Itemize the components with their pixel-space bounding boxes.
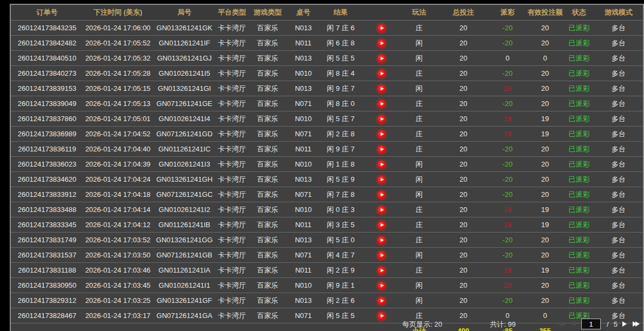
replay-video-icon[interactable]: [377, 251, 386, 260]
replay-video-icon[interactable]: [377, 176, 386, 184]
cell-table_no: N010: [288, 157, 319, 172]
cell-result: 闲 9 庄 7: [319, 142, 362, 157]
column-header-icon: [362, 5, 400, 21]
replay-video-icon[interactable]: [377, 115, 386, 123]
cell-game: 百家乐: [248, 127, 288, 142]
replay-video-icon[interactable]: [377, 282, 386, 290]
cell-icon: [362, 233, 400, 248]
replay-video-icon[interactable]: [377, 24, 386, 32]
cell-table_no: N013: [288, 51, 319, 66]
cell-time: 2026-01-24 17:05:52: [83, 36, 152, 51]
column-header-total_bet: 总投注: [438, 5, 489, 21]
cell-mode: 多台: [594, 217, 643, 233]
last-page-button[interactable]: [632, 320, 641, 328]
table-row: 2601241738360232026-01-24 17:04:39GN0102…: [11, 157, 643, 172]
replay-video-icon[interactable]: [377, 100, 386, 108]
cell-round: GN010261241I3: [152, 157, 216, 172]
cell-mode: 多台: [594, 157, 643, 172]
cell-payout: -20: [489, 21, 526, 36]
cell-play: 庄: [400, 127, 438, 142]
cell-total_bet: 20: [438, 187, 489, 202]
table-row: 2601241738293122026-01-24 17:03:25GN0132…: [11, 293, 643, 308]
table-row: 2601241738390492026-01-24 17:05:13GN0712…: [11, 96, 643, 111]
cell-round: GN011261241IF: [152, 36, 216, 51]
replay-video-icon[interactable]: [377, 70, 386, 78]
cell-round: GN010261241I4: [152, 111, 216, 127]
cell-table_no: N011: [288, 142, 319, 157]
cell-icon: [362, 172, 400, 187]
cell-time: 2026-01-24 17:03:50: [83, 248, 152, 263]
cell-valid_bet: 20: [526, 233, 564, 248]
cell-total_bet: 20: [438, 202, 489, 217]
cell-payout: 19: [489, 263, 526, 278]
cell-result: 闲 7 庄 8: [319, 187, 362, 202]
cell-icon: [362, 187, 400, 202]
cell-time: 2026-01-24 17:03:45: [83, 278, 152, 293]
cell-game: 百家乐: [248, 157, 288, 172]
table-row: 2601241738333452026-01-24 17:04:12GN0112…: [11, 217, 643, 233]
cell-result: 闲 6 庄 8: [319, 36, 362, 51]
cell-icon: [362, 21, 400, 36]
table-body: 2601241738432352026-01-24 17:06:00GN0132…: [11, 21, 643, 331]
cell-round: GN010261241I5: [152, 66, 216, 81]
cell-time: 2026-01-24 17:05:01: [83, 111, 152, 127]
replay-video-icon[interactable]: [377, 55, 386, 63]
cell-valid_bet: 20: [526, 142, 564, 157]
cell-play: 庄: [400, 233, 438, 248]
cell-payout: 20: [489, 278, 526, 293]
cell-round: GN013261241GG: [152, 233, 216, 248]
table-row: 2601241738391532026-01-24 17:05:15GN0132…: [11, 81, 643, 96]
cell-total_bet: 20: [438, 142, 489, 157]
replay-video-icon[interactable]: [377, 236, 386, 244]
column-header-valid_bet: 有效投注额: [526, 5, 564, 21]
next-page-button[interactable]: [621, 320, 628, 328]
cell-order: 260124173833488: [11, 202, 83, 217]
column-header-status: 状态: [564, 5, 594, 21]
table-row: 2601241738317492026-01-24 17:03:52GN0132…: [11, 233, 643, 248]
replay-video-icon[interactable]: [377, 130, 386, 138]
replay-video-icon[interactable]: [377, 85, 386, 93]
cell-time: 2026-01-24 17:03:52: [83, 233, 152, 248]
replay-video-icon[interactable]: [377, 161, 386, 169]
cell-round: GN011261241IA: [152, 263, 216, 278]
cell-status: 已派彩: [564, 202, 594, 217]
replay-video-icon[interactable]: [377, 206, 386, 214]
cell-mode: 多台: [594, 21, 643, 36]
cell-play: 庄: [400, 111, 438, 127]
cell-platform: 卡卡湾厅: [216, 36, 248, 51]
replay-video-icon[interactable]: [377, 39, 386, 48]
replay-video-icon[interactable]: [377, 267, 386, 275]
cell-result: 闲 9 庄 7: [319, 81, 362, 96]
replay-video-icon[interactable]: [377, 191, 386, 199]
cell-game: 百家乐: [248, 233, 288, 248]
cell-total_bet: 20: [438, 217, 489, 233]
total-count-label: 共计: 99: [490, 320, 516, 329]
cell-valid_bet: 20: [526, 172, 564, 187]
last-page-icon: [635, 321, 640, 327]
cell-icon: [362, 293, 400, 308]
cell-play: 闲: [400, 248, 438, 263]
cell-play: 庄: [400, 21, 438, 36]
cell-play: 闲: [400, 157, 438, 172]
first-page-button[interactable]: [557, 320, 566, 328]
cell-platform: 卡卡湾厅: [216, 96, 248, 111]
cell-platform: 卡卡湾厅: [216, 202, 248, 217]
replay-video-icon[interactable]: [377, 145, 386, 154]
cell-table_no: N071: [288, 96, 319, 111]
cell-round: GN011261241IB: [152, 217, 216, 233]
cell-payout: -20: [489, 36, 526, 51]
prev-page-button[interactable]: [570, 320, 576, 328]
cell-round: GN010261241I1: [152, 278, 216, 293]
cell-order: 260124173833912: [11, 187, 83, 202]
cell-status: 已派彩: [564, 127, 594, 142]
cell-total_bet: 20: [438, 51, 489, 66]
cell-table_no: N071: [288, 248, 319, 263]
cell-payout: -20: [489, 172, 526, 187]
cell-icon: [362, 111, 400, 127]
replay-video-icon[interactable]: [377, 221, 386, 229]
replay-video-icon[interactable]: [377, 297, 386, 305]
cell-result: 闲 5 庄 5: [319, 51, 362, 66]
cell-platform: 卡卡湾厅: [216, 51, 248, 66]
page-input[interactable]: [581, 319, 601, 329]
cell-platform: 卡卡湾厅: [216, 66, 248, 81]
